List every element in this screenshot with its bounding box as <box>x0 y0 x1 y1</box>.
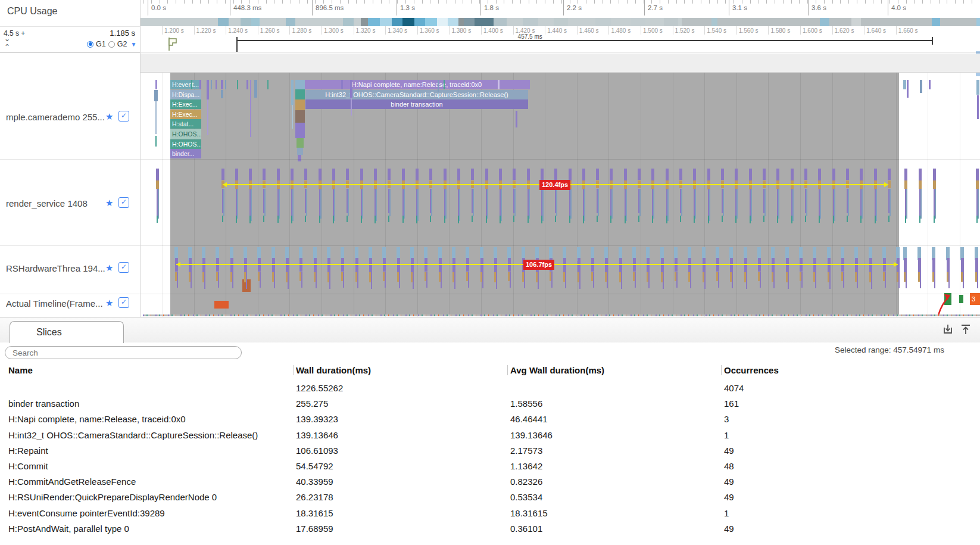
spike-slice[interactable] <box>751 189 752 221</box>
slice[interactable]: H:OHOS... <box>170 139 201 149</box>
slice[interactable]: H:event... <box>170 80 201 89</box>
spike-slice[interactable] <box>834 189 835 221</box>
spike-slice[interactable] <box>204 272 205 289</box>
g1-radio-label[interactable]: G1 <box>96 40 106 48</box>
slice[interactable] <box>920 80 922 93</box>
track-row-render-service[interactable]: render_service 1408 ★ ✓ <box>0 159 140 245</box>
slice[interactable] <box>929 80 931 89</box>
range-indicator-end-cap[interactable] <box>932 37 933 45</box>
spike-slice[interactable] <box>933 169 936 180</box>
spike-slice[interactable] <box>279 189 280 219</box>
spike-slice[interactable] <box>513 169 516 180</box>
table-row[interactable]: H:CommitAndGetReleaseFence40.339590.8232… <box>0 474 980 490</box>
spike-slice[interactable] <box>263 216 264 222</box>
spike-slice[interactable] <box>551 272 553 288</box>
spike-slice[interactable] <box>860 216 862 223</box>
spike-slice[interactable] <box>486 216 487 223</box>
spike-slice[interactable] <box>976 216 978 223</box>
spike-slice[interactable] <box>611 189 613 219</box>
spike-slice[interactable] <box>327 258 330 273</box>
spike-slice[interactable] <box>750 216 751 223</box>
spike-slice[interactable] <box>361 216 362 223</box>
spike-slice[interactable] <box>904 258 907 272</box>
spike-slice[interactable] <box>471 169 474 180</box>
spike-slice[interactable] <box>579 272 580 289</box>
slice[interactable] <box>295 110 305 123</box>
table-row[interactable]: H:Commit54.547921.1364248 <box>0 459 980 474</box>
spike-slice[interactable] <box>404 189 405 219</box>
spike-slice[interactable] <box>934 216 935 223</box>
spike-slice[interactable] <box>874 169 877 181</box>
spike-slice[interactable] <box>904 180 907 189</box>
spike-slice[interactable] <box>663 272 664 289</box>
slice[interactable] <box>246 80 248 89</box>
spike-slice[interactable] <box>538 272 539 289</box>
spike-slice[interactable] <box>357 272 358 288</box>
spike-slice[interactable] <box>888 169 891 180</box>
spike-slice[interactable] <box>542 189 544 221</box>
spike-slice[interactable] <box>610 216 611 223</box>
spike-slice[interactable] <box>947 258 950 272</box>
slice[interactable] <box>254 80 257 98</box>
slice[interactable] <box>154 90 158 101</box>
spike-slice[interactable] <box>541 169 544 181</box>
spike-slice[interactable] <box>694 216 695 223</box>
spike-slice[interactable] <box>776 169 779 180</box>
spike-slice[interactable] <box>230 258 233 272</box>
spike-slice[interactable] <box>624 169 627 181</box>
spike-slice[interactable] <box>829 272 831 289</box>
spike-slice[interactable] <box>876 189 877 221</box>
spike-slice[interactable] <box>977 272 978 288</box>
spike-slice[interactable] <box>598 189 599 216</box>
favorite-star-icon[interactable]: ★ <box>105 111 113 122</box>
spike-slice[interactable] <box>801 272 803 288</box>
spike-slice[interactable] <box>975 258 978 272</box>
spike-slice[interactable] <box>306 189 307 216</box>
spike-slice[interactable] <box>919 180 922 189</box>
slice[interactable] <box>155 136 157 147</box>
spike-slice[interactable] <box>319 216 320 223</box>
spike-slice[interactable] <box>676 272 678 288</box>
spike-slice[interactable] <box>374 216 376 223</box>
range-indicator-line[interactable] <box>236 40 932 41</box>
spike-slice[interactable] <box>681 189 682 216</box>
spike-slice[interactable] <box>329 272 330 289</box>
spike-slice[interactable] <box>773 272 775 288</box>
spike-slice[interactable] <box>847 216 848 222</box>
spike-slice[interactable] <box>426 272 427 288</box>
spike-slice[interactable] <box>648 272 650 288</box>
spike-slice[interactable] <box>764 189 766 216</box>
spike-slice[interactable] <box>454 272 455 289</box>
spike-slice[interactable] <box>569 169 572 180</box>
spike-slice[interactable] <box>316 272 317 288</box>
spike-slice[interactable] <box>501 189 502 221</box>
chevron-up-icon[interactable]: ⌃ <box>4 44 10 50</box>
track-row-rs-hardware[interactable]: RSHardwareThrea 194... ★ ✓ <box>0 245 140 294</box>
table-header-name[interactable]: Name <box>8 365 33 375</box>
spike-slice[interactable] <box>388 169 391 180</box>
spike-slice[interactable] <box>362 189 363 219</box>
spike-slice[interactable] <box>264 189 266 216</box>
spike-slice[interactable] <box>730 258 733 272</box>
slice[interactable] <box>297 138 304 148</box>
spike-slice[interactable] <box>680 216 681 222</box>
spike-slice[interactable] <box>846 169 849 180</box>
spike-slice[interactable] <box>744 258 747 273</box>
slice[interactable]: H:int32_t OHOS::CameraStandard::CaptureS… <box>305 90 528 99</box>
spike-slice[interactable] <box>397 258 400 272</box>
spike-slice[interactable] <box>904 169 907 180</box>
spike-slice[interactable] <box>763 169 766 180</box>
spike-slice[interactable] <box>156 180 159 189</box>
slice[interactable] <box>297 148 303 155</box>
spike-slice[interactable] <box>291 216 292 223</box>
spike-slice[interactable] <box>277 216 279 223</box>
slice[interactable] <box>291 80 294 105</box>
slice[interactable]: H:stat... <box>170 119 201 129</box>
slice[interactable]: binder... <box>170 149 201 158</box>
spike-slice[interactable] <box>417 189 419 221</box>
slice[interactable] <box>977 95 979 119</box>
spike-slice[interactable] <box>778 189 779 219</box>
spike-slice[interactable] <box>772 258 775 272</box>
spike-slice[interactable] <box>621 272 622 289</box>
spike-slice[interactable] <box>274 272 275 288</box>
